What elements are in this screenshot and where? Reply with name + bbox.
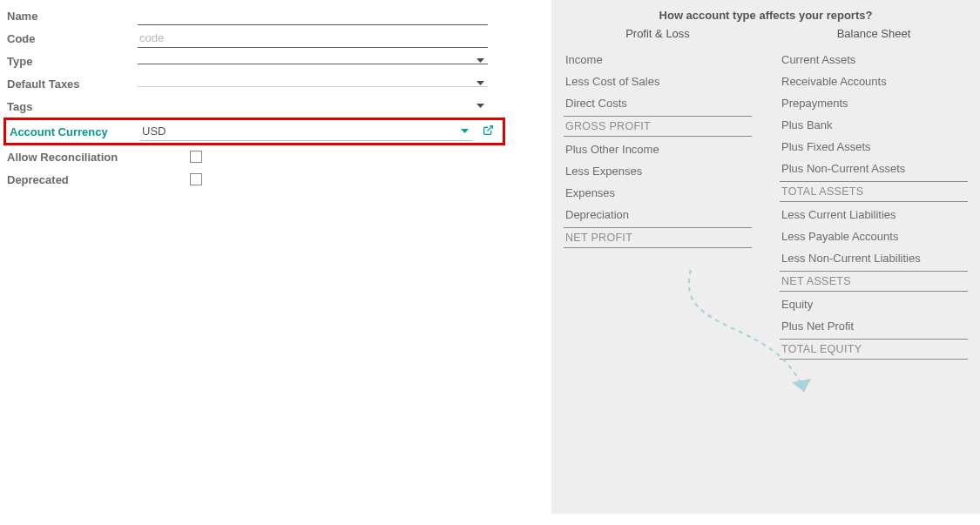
type-select[interactable]: [138, 58, 488, 64]
balance-sheet-heading: Balance Sheet: [780, 27, 968, 40]
info-panel-title: How account type affects your reports?: [564, 9, 968, 22]
row-name: Name: [7, 4, 540, 27]
net-profit-total: NET PROFIT: [564, 227, 752, 248]
allow-reconciliation-checkbox[interactable]: [190, 151, 202, 163]
list-item: Less Payable Accounts: [780, 225, 968, 247]
total-assets-total: TOTAL ASSETS: [780, 181, 968, 202]
caret-down-icon: [476, 81, 484, 86]
label-account-currency: Account Currency: [6, 125, 140, 138]
list-item: Current Assets: [780, 49, 968, 71]
list-item: Prepayments: [780, 92, 968, 114]
balance-sheet-column: Balance Sheet Current Assets Receivable …: [780, 27, 968, 361]
list-item: Plus Net Profit: [780, 315, 968, 337]
account-currency-select[interactable]: USD: [140, 122, 472, 141]
row-tags: Tags: [7, 95, 540, 118]
list-item: Plus Other Income: [564, 138, 752, 160]
tags-select[interactable]: [138, 98, 488, 114]
list-item: Less Current Liabilities: [780, 204, 968, 225]
external-link-icon[interactable]: [483, 125, 494, 138]
svg-line-0: [487, 126, 492, 131]
label-default-taxes: Default Taxes: [7, 77, 138, 91]
gross-profit-total: GROSS PROFIT: [564, 116, 752, 137]
code-input[interactable]: [138, 29, 488, 48]
caret-down-icon: [476, 104, 484, 109]
profit-loss-column: Profit & Loss Income Less Cost of Sales …: [564, 27, 752, 361]
info-panel: How account type affects your reports? P…: [551, 0, 980, 514]
list-item: Less Cost of Sales: [564, 71, 752, 92]
list-item: Expenses: [564, 182, 752, 204]
deprecated-checkbox[interactable]: [190, 173, 202, 185]
caret-down-icon: [461, 129, 469, 134]
list-item: Receivable Accounts: [780, 71, 968, 92]
list-item: Income: [564, 49, 752, 71]
default-taxes-select[interactable]: [138, 81, 488, 87]
profit-loss-heading: Profit & Loss: [564, 27, 752, 40]
list-item: Less Non-Current Liabilities: [780, 247, 968, 269]
form-panel: Name Code Type Default Taxes: [0, 0, 540, 191]
row-deprecated: Deprecated: [7, 168, 540, 191]
label-deprecated: Deprecated: [7, 173, 164, 186]
list-item: Plus Fixed Assets: [780, 136, 968, 158]
label-name: Name: [7, 10, 138, 23]
label-type: Type: [7, 55, 138, 68]
row-default-taxes: Default Taxes: [7, 72, 540, 95]
row-code: Code: [7, 27, 540, 50]
list-item: Depreciation: [564, 204, 752, 225]
total-equity-total: TOTAL EQUITY: [780, 339, 968, 360]
row-type: Type: [7, 50, 540, 72]
net-assets-total: NET ASSETS: [780, 271, 968, 292]
list-item: Less Expenses: [564, 160, 752, 182]
label-tags: Tags: [7, 100, 138, 113]
name-input[interactable]: [138, 6, 488, 25]
list-item: Plus Bank: [780, 114, 968, 136]
list-item: Equity: [780, 293, 968, 315]
row-allow-reconciliation: Allow Reconciliation: [7, 145, 540, 168]
label-code: Code: [7, 32, 138, 45]
caret-down-icon: [476, 58, 484, 64]
row-account-currency: Account Currency USD: [3, 118, 505, 145]
svg-marker-1: [792, 379, 811, 392]
list-item: Direct Costs: [564, 92, 752, 114]
label-allow-reconciliation: Allow Reconciliation: [7, 151, 164, 164]
list-item: Plus Non-Current Assets: [780, 158, 968, 179]
